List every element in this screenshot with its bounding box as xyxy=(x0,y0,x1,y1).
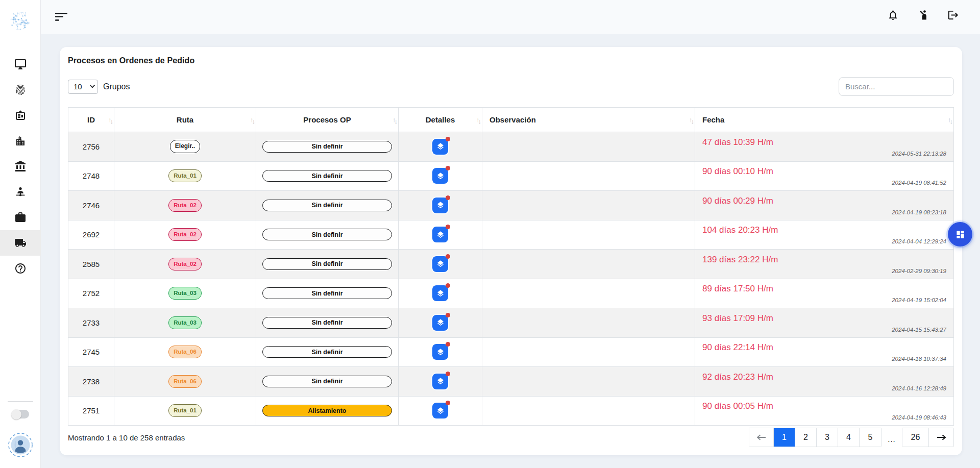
menu-button[interactable] xyxy=(55,13,68,21)
cell-detalles xyxy=(399,308,482,338)
page-size-select-wrap: 10 xyxy=(68,80,98,94)
ruta-badge[interactable]: Elegir.. xyxy=(170,140,200,153)
table-row[interactable]: 2746 Ruta_02 Sin definir 90 días 00:29 H… xyxy=(68,191,954,220)
page-size-select[interactable]: 10 xyxy=(68,80,98,94)
table-row[interactable]: 2751 Ruta_01 Alistamiento 90 días 00:05 … xyxy=(68,396,954,426)
orders-table: ID↑↓ Ruta↑↓ Procesos OP↑↓ Detalles↑↓ Obs… xyxy=(68,107,954,426)
cell-ruta: Ruta_01 xyxy=(114,161,256,191)
detalles-button[interactable] xyxy=(432,374,448,389)
cell-ruta: Ruta_03 xyxy=(114,308,256,338)
detalles-button[interactable] xyxy=(432,344,448,360)
proceso-button[interactable]: Sin definir xyxy=(262,346,392,358)
pagination-page-button[interactable]: 4 xyxy=(838,428,860,447)
table-row[interactable]: 2752 Ruta_03 Sin definir 89 días 17:50 H… xyxy=(68,279,954,308)
proceso-button[interactable]: Alistamiento xyxy=(262,405,392,416)
notification-dot xyxy=(446,342,450,347)
sidebar-item-desktop[interactable] xyxy=(0,52,41,77)
cell-procesos: Alistamiento xyxy=(256,396,399,426)
table-row[interactable]: 2585 Ruta_02 Sin definir 139 días 23:22 … xyxy=(68,250,954,279)
proceso-button[interactable]: Sin definir xyxy=(262,376,392,387)
proceso-button[interactable]: Sin definir xyxy=(262,200,392,211)
column-header-observacion[interactable]: Observación↑↓ xyxy=(482,108,695,132)
proceso-button[interactable]: Sin definir xyxy=(262,141,392,153)
sidebar-item-person-desk[interactable] xyxy=(0,179,41,205)
pagination-page-button[interactable]: 5 xyxy=(860,428,881,447)
sidebar-item-bank[interactable] xyxy=(0,154,41,179)
column-header-id[interactable]: ID↑↓ xyxy=(68,108,114,132)
ruta-badge[interactable]: Ruta_01 xyxy=(168,169,202,182)
cell-observacion xyxy=(482,367,695,397)
detalles-button[interactable] xyxy=(432,403,448,418)
pagination-page-button[interactable]: 3 xyxy=(817,428,838,447)
sidebar-item-apartment[interactable] xyxy=(0,128,41,154)
table-row[interactable]: 2756 Elegir.. Sin definir 47 días 10:39 … xyxy=(68,132,954,162)
duracion-text: 47 días 10:39 H/m xyxy=(702,136,946,149)
notification-dot xyxy=(446,372,450,376)
ruta-badge[interactable]: Ruta_03 xyxy=(168,287,202,300)
pagination-next-button[interactable] xyxy=(929,428,953,447)
cell-detalles xyxy=(399,337,482,367)
sidebar-item-shipping[interactable] xyxy=(0,230,41,256)
duracion-text: 90 días 00:05 H/m xyxy=(702,400,946,412)
search-input[interactable] xyxy=(839,77,954,96)
cell-detalles xyxy=(399,220,482,250)
detalles-button[interactable] xyxy=(432,285,448,301)
duracion-text: 90 días 22:14 H/m xyxy=(702,341,946,354)
detalles-button[interactable] xyxy=(432,256,448,272)
proceso-button[interactable]: Sin definir xyxy=(262,317,392,329)
table-body: 2756 Elegir.. Sin definir 47 días 10:39 … xyxy=(68,132,954,426)
proceso-button[interactable]: Sin definir xyxy=(262,229,392,240)
table-row[interactable]: 2748 Ruta_01 Sin definir 90 días 00:10 H… xyxy=(68,161,954,191)
user-avatar[interactable] xyxy=(7,432,34,458)
proceso-button[interactable]: Sin definir xyxy=(262,258,392,270)
layers-icon xyxy=(436,201,445,209)
detalles-button[interactable] xyxy=(432,315,448,331)
cell-fecha: 92 días 20:23 H/m 2024-04-16 12:28:49 xyxy=(695,367,954,397)
table-footer: Mostrando 1 a 10 de 258 entradas 12345 .… xyxy=(68,428,954,447)
ruta-badge[interactable]: Ruta_06 xyxy=(168,346,202,358)
table-row[interactable]: 2733 Ruta_03 Sin definir 93 días 17:09 H… xyxy=(68,308,954,338)
layers-icon xyxy=(436,348,445,356)
cell-id: 2752 xyxy=(68,279,114,308)
support-button[interactable] xyxy=(917,9,929,21)
pagination-page-button[interactable]: 2 xyxy=(795,428,817,447)
sidebar-item-help[interactable] xyxy=(0,256,41,281)
notification-dot xyxy=(446,401,450,405)
table-row[interactable]: 2738 Ruta_06 Sin definir 92 días 20:23 H… xyxy=(68,367,954,397)
detalles-button[interactable] xyxy=(432,227,448,242)
ruta-badge[interactable]: Ruta_02 xyxy=(168,199,202,212)
pagination-page-button[interactable]: 1 xyxy=(774,428,795,447)
sidebar-item-signboard[interactable] xyxy=(0,103,41,128)
table-row[interactable]: 2692 Ruta_02 Sin definir 104 días 20:23 … xyxy=(68,220,954,250)
detalles-button[interactable] xyxy=(432,198,448,213)
ruta-badge[interactable]: Ruta_03 xyxy=(168,316,202,329)
pagination-last-page-button[interactable]: 26 xyxy=(902,428,929,447)
proceso-button[interactable]: Sin definir xyxy=(262,170,392,182)
table-row[interactable]: 2745 Ruta_06 Sin definir 90 días 22:14 H… xyxy=(68,337,954,367)
sort-icon: ↑↓ xyxy=(476,115,480,123)
notifications-button[interactable] xyxy=(887,9,899,21)
fecha-timestamp: 2024-04-15 15:43:27 xyxy=(702,326,946,334)
column-header-procesos[interactable]: Procesos OP↑↓ xyxy=(256,108,399,132)
detalles-button[interactable] xyxy=(432,139,448,155)
pagination-prev-button[interactable] xyxy=(749,428,774,447)
ruta-badge[interactable]: Ruta_01 xyxy=(168,404,202,417)
cell-observacion xyxy=(482,279,695,308)
cell-procesos: Sin definir xyxy=(256,132,399,162)
column-header-ruta[interactable]: Ruta↑↓ xyxy=(114,108,256,132)
dashboard-fab-button[interactable] xyxy=(948,222,972,247)
sidebar-item-briefcase[interactable] xyxy=(0,205,41,230)
column-header-detalles[interactable]: Detalles↑↓ xyxy=(399,108,482,132)
ruta-badge[interactable]: Ruta_06 xyxy=(168,375,202,388)
dark-mode-toggle[interactable] xyxy=(12,410,29,418)
proceso-button[interactable]: Sin definir xyxy=(262,287,392,299)
cell-procesos: Sin definir xyxy=(256,279,399,308)
arrow-right-icon xyxy=(937,434,946,440)
sidebar-item-fingerprint[interactable] xyxy=(0,77,41,103)
ruta-badge[interactable]: Ruta_02 xyxy=(168,258,202,270)
app-logo[interactable] xyxy=(0,0,40,42)
column-header-fecha[interactable]: Fecha↑↓ xyxy=(695,108,954,132)
logout-button[interactable] xyxy=(947,9,959,21)
detalles-button[interactable] xyxy=(432,168,448,184)
ruta-badge[interactable]: Ruta_02 xyxy=(168,228,202,241)
